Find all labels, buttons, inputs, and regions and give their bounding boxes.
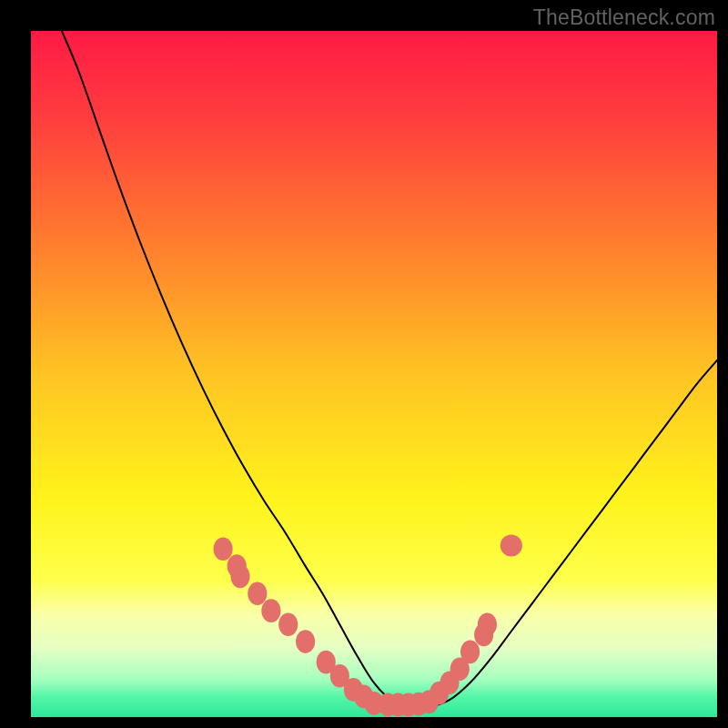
- data-point: [230, 565, 249, 589]
- chart-container: TheBottleneck.com: [0, 0, 728, 728]
- data-point: [478, 612, 497, 636]
- plot-area: [31, 31, 717, 717]
- data-point: [248, 581, 267, 605]
- data-point: [214, 537, 233, 561]
- watermark-text: TheBottleneck.com: [533, 5, 715, 30]
- gradient-background: [31, 31, 717, 717]
- data-point: [278, 612, 298, 636]
- bottleneck-chart: [31, 31, 717, 717]
- data-point: [460, 641, 480, 664]
- data-point: [500, 534, 522, 556]
- data-point: [296, 630, 315, 653]
- data-point: [261, 599, 280, 622]
